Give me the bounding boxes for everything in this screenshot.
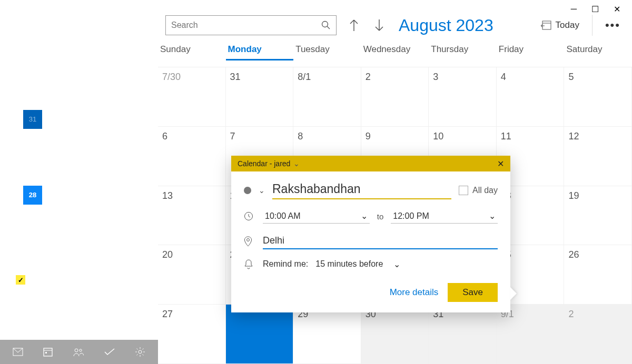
location-input[interactable] (263, 233, 498, 249)
minimize-button[interactable]: ─ (571, 4, 577, 14)
add-calendars-button[interactable]: Add calendars (8, 315, 83, 325)
mini-day-cell[interactable]: 31 (80, 186, 99, 205)
day-cell[interactable]: 27 (158, 305, 226, 364)
day-cell[interactable]: 9/1 (497, 305, 565, 364)
mini-day-cell[interactable] (80, 205, 99, 224)
mini-day-cell[interactable]: 13 (4, 148, 23, 167)
mini-day-cell[interactable]: 26 (118, 167, 137, 186)
mini-day-cell[interactable]: 24 (80, 167, 99, 186)
mini-day-cell[interactable]: 5 (42, 205, 61, 224)
day-cell[interactable]: 20 (158, 245, 226, 305)
chevron-down-icon[interactable]: ⌄ (259, 186, 265, 195)
mini-day-cell[interactable]: 3 (80, 110, 99, 129)
todo-icon[interactable] (104, 348, 115, 356)
search-box[interactable] (165, 15, 337, 35)
mini-day-cell[interactable]: 19 (118, 148, 137, 167)
calendar-checkbox-row[interactable]: ✓ Calendar (16, 275, 68, 285)
mini-day-cell[interactable]: 7 (23, 129, 42, 148)
day-cell[interactable]: 13 (158, 186, 226, 246)
hamburger-menu[interactable] (9, 22, 158, 34)
day-cell[interactable]: 6 (158, 127, 226, 186)
chevron-down-icon[interactable]: ⌄ (293, 159, 300, 168)
event-title-input[interactable] (272, 181, 451, 199)
start-time-select[interactable]: 10:00 AM⌄ (263, 209, 370, 224)
day-cell[interactable]: 26 (564, 245, 632, 305)
day-header[interactable]: Saturday (564, 44, 632, 60)
settings-icon[interactable] (135, 347, 145, 357)
next-arrow-icon[interactable] (371, 18, 387, 32)
day-header[interactable]: Monday (226, 44, 294, 60)
current-month-title[interactable]: August 2023 (399, 16, 493, 35)
mini-day-cell[interactable]: 14 (23, 148, 42, 167)
day-cell[interactable]: 5 (564, 67, 632, 127)
mini-day-cell[interactable]: 12 (118, 129, 137, 148)
mini-day-cell[interactable]: 25 (99, 167, 118, 186)
mini-day-cell[interactable]: 3 (4, 205, 23, 224)
day-cell[interactable]: 7/30 (158, 67, 226, 127)
mini-day-cell[interactable]: 10 (80, 129, 99, 148)
more-details-link[interactable]: More details (390, 287, 439, 298)
mini-day-cell[interactable]: 31 (23, 110, 42, 129)
mini-day-cell[interactable]: 4 (99, 110, 118, 129)
day-header[interactable]: Tuesday (293, 44, 361, 60)
prev-month-icon[interactable] (129, 77, 143, 92)
today-button[interactable]: Today (540, 20, 579, 31)
mini-day-cell[interactable]: 20 (4, 167, 23, 186)
day-cell[interactable]: 19 (564, 186, 632, 246)
popup-calendar-name[interactable]: Calendar - jared (238, 159, 290, 168)
day-cell[interactable]: 8/1 (293, 67, 361, 127)
mini-day-cell[interactable]: 29 (42, 186, 61, 205)
mini-day-cell[interactable]: 15 (42, 148, 61, 167)
mini-day-cell[interactable]: 9 (61, 129, 80, 148)
mini-day-cell[interactable]: 30 (4, 110, 23, 129)
mini-day-cell[interactable]: 11 (99, 129, 118, 148)
mini-day-cell[interactable]: 5 (118, 110, 137, 129)
end-time-select[interactable]: 12:00 PM⌄ (391, 209, 498, 224)
color-dot-icon[interactable] (244, 187, 251, 194)
maximize-button[interactable]: ☐ (591, 4, 599, 14)
mini-day-cell[interactable] (118, 205, 137, 224)
search-input[interactable] (171, 21, 321, 30)
calendar-icon[interactable] (43, 347, 53, 357)
day-cell[interactable]: 31 (429, 305, 497, 364)
mini-day-cell[interactable] (61, 205, 80, 224)
mini-day-cell[interactable]: 16 (61, 148, 80, 167)
mini-day-cell[interactable]: 23 (61, 167, 80, 186)
people-icon[interactable] (73, 347, 84, 357)
close-button[interactable]: ✕ (614, 4, 620, 14)
day-cell[interactable]: 3 (429, 67, 497, 127)
mini-day-cell[interactable]: 17 (80, 148, 99, 167)
close-icon[interactable]: ✕ (497, 159, 504, 169)
day-cell[interactable]: 29 (293, 305, 361, 364)
next-month-icon[interactable] (143, 77, 158, 92)
day-cell[interactable]: 12 (564, 127, 632, 186)
mini-day-cell[interactable]: 2 (118, 186, 137, 205)
day-cell[interactable]: 30 (361, 305, 429, 364)
mini-day-cell[interactable]: 18 (99, 148, 118, 167)
mini-day-cell[interactable]: 30 (61, 186, 80, 205)
day-header[interactable]: Friday (497, 44, 565, 60)
all-day-toggle[interactable]: All day (459, 186, 498, 195)
new-event-button[interactable]: + New event (8, 48, 158, 62)
remind-select[interactable]: 15 minutes before ⌄ (315, 259, 400, 269)
mini-day-cell[interactable]: 6 (4, 129, 23, 148)
day-cell[interactable]: 2 (361, 67, 429, 127)
mail-icon[interactable] (13, 348, 23, 356)
mini-day-cell[interactable]: 4 (23, 205, 42, 224)
mini-day-cell[interactable] (99, 205, 118, 224)
prev-arrow-icon[interactable] (346, 18, 362, 32)
mini-day-cell[interactable]: 22 (42, 167, 61, 186)
day-cell[interactable]: 2 (564, 305, 632, 364)
mini-day-cell[interactable]: 1 (99, 186, 118, 205)
mini-day-cell[interactable]: 2 (61, 110, 80, 129)
more-options-icon[interactable]: ••• (605, 18, 625, 32)
day-header[interactable]: Wednesday (361, 44, 429, 60)
mini-day-cell[interactable]: 21 (23, 167, 42, 186)
day-cell[interactable] (226, 305, 294, 364)
day-header[interactable]: Sunday (158, 44, 226, 60)
save-button[interactable]: Save (448, 283, 498, 302)
mini-day-cell[interactable]: 27 (4, 186, 23, 205)
mini-day-cell[interactable]: 28 (23, 186, 42, 205)
mini-day-cell[interactable]: 1 (42, 110, 61, 129)
day-cell[interactable]: 31 (226, 67, 294, 127)
